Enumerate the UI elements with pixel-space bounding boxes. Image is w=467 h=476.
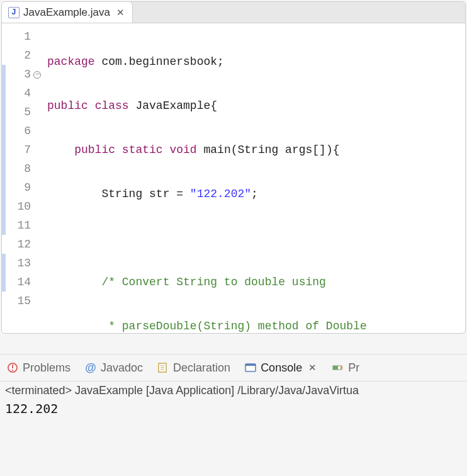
- line-number: 10: [2, 197, 40, 216]
- tab-javadoc[interactable]: @ Javadoc: [82, 360, 145, 376]
- editor-panel: J JavaExample.java ✕ 1 2 3 4 5 6 7 8 9 1…: [1, 1, 466, 334]
- line-number: 4: [2, 84, 40, 103]
- line-number: 6: [2, 122, 40, 140]
- close-icon[interactable]: ✕: [114, 7, 126, 18]
- svg-rect-1: [12, 365, 13, 368]
- tab-filename: JavaExample.java: [23, 6, 110, 19]
- line-number-gutter: 1 2 3 4 5 6 7 8 9 10 11 12 13 14 15: [2, 23, 43, 333]
- line-number[interactable]: 3: [2, 65, 40, 84]
- line-number: 1: [2, 27, 40, 46]
- line-number: 7: [2, 140, 40, 159]
- progress-icon: [332, 361, 344, 374]
- problems-icon: [6, 361, 19, 374]
- line-number: 8: [2, 159, 40, 178]
- line-number: 9: [2, 178, 40, 197]
- tab-declaration[interactable]: Declaration: [154, 360, 233, 376]
- tab-problems[interactable]: Problems: [4, 360, 73, 376]
- line-number: 2: [2, 46, 40, 65]
- declaration-icon: [157, 361, 169, 374]
- line-number: 15: [2, 292, 40, 310]
- svg-rect-8: [245, 364, 256, 366]
- svg-rect-2: [12, 370, 13, 371]
- tab-more[interactable]: Pr: [329, 360, 362, 376]
- console-icon: [244, 361, 257, 374]
- line-number: 11: [2, 216, 40, 235]
- line-number: 5: [2, 103, 40, 122]
- console-status: <terminated> JavaExample [Java Applicati…: [0, 382, 467, 400]
- line-number: 12: [2, 235, 40, 254]
- editor-tab-bar: J JavaExample.java ✕: [2, 2, 465, 23]
- editor-tab[interactable]: J JavaExample.java ✕: [2, 2, 133, 23]
- console-output: 122.202: [0, 400, 467, 417]
- line-number: 13: [2, 254, 40, 273]
- bottom-view-tabs: Problems @ Javadoc Declaration Console ✕…: [0, 354, 467, 382]
- java-file-icon: J: [8, 7, 20, 18]
- close-icon[interactable]: ✕: [306, 362, 318, 373]
- line-number: 14: [2, 273, 40, 292]
- svg-rect-10: [333, 366, 338, 370]
- code-text[interactable]: package com.beginnersbook; public class …: [43, 23, 465, 333]
- tab-console[interactable]: Console ✕: [242, 360, 320, 376]
- javadoc-icon: @: [84, 361, 97, 374]
- code-area[interactable]: 1 2 3 4 5 6 7 8 9 10 11 12 13 14 15 pack…: [2, 23, 465, 333]
